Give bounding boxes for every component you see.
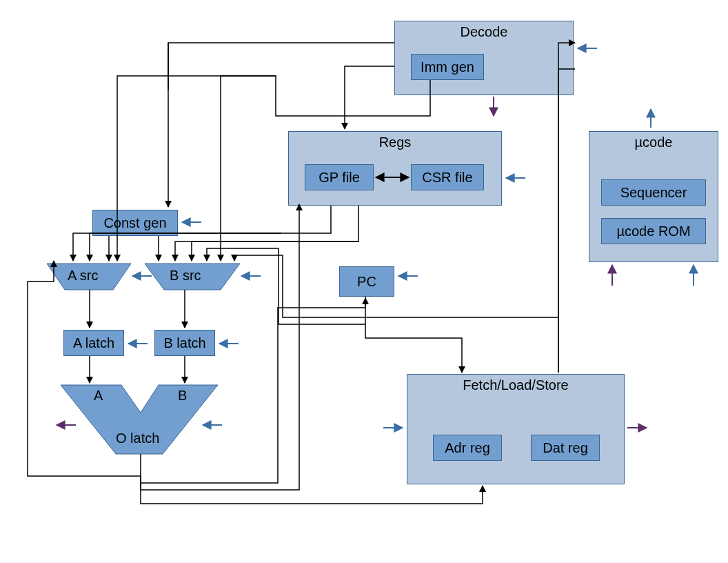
ucode-rom-block: µcode ROM (601, 218, 706, 244)
o-latch-label: O latch (116, 431, 159, 446)
b-latch-block: B latch (154, 330, 215, 356)
fetch-container: Fetch/Load/Store (407, 374, 625, 484)
imm-gen-block: Imm gen (411, 54, 484, 80)
decode-title: Decode (395, 21, 573, 40)
alu-a-label: A (94, 388, 103, 404)
a-src-label: A src (68, 268, 98, 284)
pc-block: PC (339, 266, 394, 297)
arrow-imm-to-bsrc (221, 76, 276, 261)
alu-b-label: B (178, 388, 187, 404)
arrow-regs-to-bsrc (192, 206, 358, 261)
a-latch-block: A latch (63, 330, 124, 356)
b-src-label: B src (170, 268, 201, 284)
const-gen-block: Const gen (92, 210, 178, 236)
adr-reg-block: Adr reg (433, 435, 502, 461)
arrow-alu-to-pc (141, 298, 365, 483)
dat-reg-block: Dat reg (531, 435, 600, 461)
sequencer-block: Sequencer (601, 179, 706, 206)
ucode-title: µcode (589, 132, 718, 150)
gp-file-block: GP file (305, 164, 374, 190)
fetch-title: Fetch/Load/Store (407, 375, 624, 393)
regs-title: Regs (289, 132, 501, 150)
arrow-pc-to-fetch (365, 297, 462, 373)
csr-file-block: CSR file (411, 164, 484, 190)
arrow-fetch-to-bsrc (234, 255, 558, 317)
